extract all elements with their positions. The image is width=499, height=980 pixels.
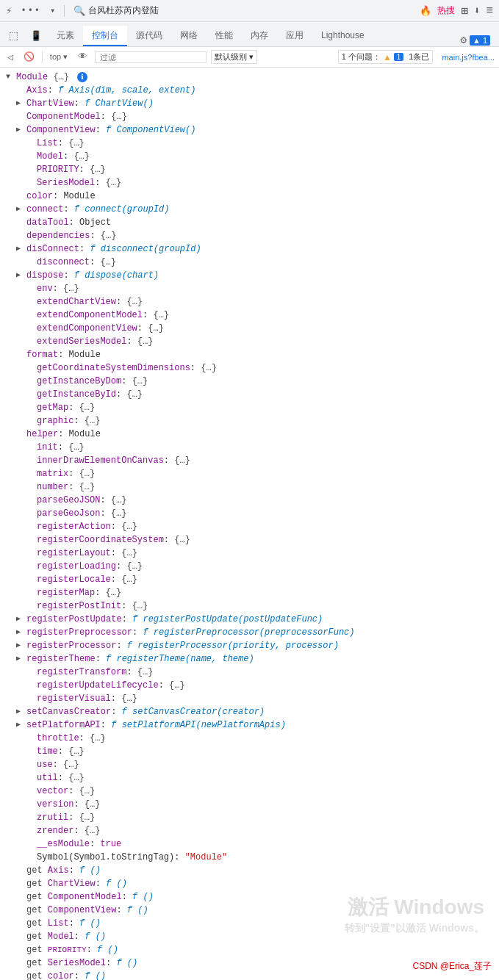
tab-console[interactable]: 控制台 [83,26,127,46]
code-line-datatool[interactable]: dataTool: Object [0,216,499,229]
top-context[interactable]: top ▾ [47,51,71,63]
arrow-registerprocessor[interactable] [16,640,26,652]
getter-axis[interactable]: get Axis: f () [0,864,499,877]
code-line-registertheme[interactable]: registerTheme: f registerTheme(name, the… [0,652,499,666]
code-line-chartview[interactable]: ChartView: f ChartView() [0,97,499,110]
arrow-registertheme[interactable] [16,653,26,665]
code-line-env[interactable]: env: {…} [0,282,499,295]
code-line-registerupdatelifecycle[interactable]: registerUpdateLifecycle: {…} [0,679,499,692]
code-line-helper[interactable]: helper: Module [0,428,499,441]
code-line-parsegeojsonlower[interactable]: parseGeoJson: {…} [0,507,499,520]
code-line-setplatformapi[interactable]: setPlatformAPI: f setPlatformAPI(newPlat… [0,718,499,732]
code-line-registervisual[interactable]: registerVisual: {…} [0,692,499,705]
arrow-registerpostupdate[interactable] [16,613,26,625]
code-line-registerloading[interactable]: registerLoading: {…} [0,560,499,573]
code-line-registercoordsys[interactable]: registerCoordinateSystem: {…} [0,533,499,547]
arrow-disconnect-func[interactable] [16,243,26,255]
code-line-model[interactable]: Model: {…} [0,150,499,163]
tab-sources[interactable]: 源代码 [127,26,171,46]
grid-icon[interactable]: ⊞ [461,4,468,18]
level-select[interactable]: 默认级别 ▾ [211,50,257,64]
code-line-use[interactable]: use: {…} [0,758,499,771]
code-line-init[interactable]: init: {…} [0,441,499,454]
issues-summary[interactable]: 1 个问题： ▲ 1 1条已 [338,50,434,64]
code-line-registerprocessor[interactable]: registerProcessor: f registerProcessor(p… [0,639,499,652]
module-header-line[interactable]: Module {…} ℹ [0,71,499,84]
code-line-number[interactable]: number: {…} [0,480,499,494]
code-line-extendseriesmodel[interactable]: extendSeriesModel: {…} [0,335,499,348]
arrow-registerpreprocessor[interactable] [16,627,26,638]
code-line-matrix[interactable]: matrix: {…} [0,467,499,480]
dropdown-chevron[interactable]: ▾ [50,5,55,16]
getter-componentview[interactable]: get ComponentView: f () [0,904,499,917]
code-line-innerdraw[interactable]: innerDrawElementOnCanvas: {…} [0,454,499,467]
more-dots[interactable]: ••• [21,6,41,16]
code-line-componentmodel[interactable]: ComponentModel: {…} [0,110,499,123]
code-line-dispose[interactable]: dispose: f dispose(chart) [0,269,499,282]
code-line-registerlayout[interactable]: registerLayout: {…} [0,547,499,560]
code-line-registermap[interactable]: registerMap: {…} [0,586,499,599]
code-line-priority[interactable]: PRIORITY: {…} [0,163,499,176]
code-line-symbol[interactable]: Symbol(Symbol.toStringTag): "Module" [0,851,499,864]
code-line-axis[interactable]: Axis: f Axis(dim, scale, extent) [0,84,499,97]
eye-icon[interactable]: 👁 [75,50,90,64]
code-line-extendchartview[interactable]: extendChartView: {…} [0,295,499,309]
code-line-zrender[interactable]: zrender: {…} [0,824,499,837]
search-area[interactable]: 🔍 台风杜苏芮内登陆 [73,4,159,17]
code-line-throttle[interactable]: throttle: {…} [0,732,499,745]
code-line-time[interactable]: time: {…} [0,745,499,758]
tab-elements[interactable]: 元素 [48,26,83,46]
code-line-dependencies[interactable]: dependencies: {…} [0,229,499,242]
code-line-registertransform[interactable]: registerTransform: {…} [0,666,499,679]
getter-componentmodel[interactable]: get ComponentModel: f () [0,890,499,904]
arrow-componentview[interactable] [16,124,26,136]
code-line-extendcomponentview[interactable]: extendComponentView: {…} [0,322,499,335]
code-line-graphic[interactable]: graphic: {…} [0,414,499,428]
code-line-getinstancebyid[interactable]: getInstanceById: {…} [0,388,499,401]
menu-icon[interactable]: ≡ [486,4,493,18]
getter-chartview[interactable]: get ChartView: f () [0,877,499,890]
tab-performance[interactable]: 性能 [207,26,242,46]
code-line-connect[interactable]: connect: f connect(groupId) [0,203,499,216]
tab-selector[interactable]: ⬚ [3,26,24,46]
tab-lighthouse[interactable]: Lighthouse [312,26,373,46]
code-line-getmap[interactable]: getMap: {…} [0,401,499,414]
code-line-getcoordsysdim[interactable]: getCoordinateSystemDimensions: {…} [0,361,499,375]
filter-input[interactable] [95,51,207,63]
tab-network[interactable]: 网络 [171,26,207,46]
code-line-getinstancebydom[interactable]: getInstanceByDom: {…} [0,375,499,388]
code-line-registerpostupdate[interactable]: registerPostUpdate: f registerPostUpdate… [0,613,499,626]
getter-priority[interactable]: get PRIORITY: f () [0,943,499,956]
code-line-registerpreprocessor[interactable]: registerPreprocessor: f registerPreproce… [0,626,499,639]
code-line-esmodule[interactable]: __esModule: true [0,837,499,851]
source-file-link[interactable]: main.js?fbea... [442,53,495,62]
code-line-registeraction[interactable]: registerAction: {…} [0,520,499,533]
module-expand-arrow[interactable] [6,71,16,83]
getter-list[interactable]: get List: f () [0,917,499,930]
code-line-disconnect-func[interactable]: disConnect: f disconnect(groupId) [0,242,499,256]
tab-memory[interactable]: 内存 [242,26,277,46]
arrow-connect[interactable] [16,203,26,215]
code-line-extendcomponentmodel[interactable]: extendComponentModel: {…} [0,309,499,322]
code-line-color[interactable]: color: Module [0,190,499,203]
code-line-disconnect[interactable]: disconnect: {…} [0,256,499,269]
code-line-registerpostinit[interactable]: registerPostInit: {…} [0,599,499,613]
clear-console-btn[interactable]: 🚫 [21,50,37,64]
code-line-parsegeojson[interactable]: parseGeoJSON: {…} [0,494,499,507]
devtools-settings[interactable]: ⚙ ▲ 1 [455,34,497,46]
tab-application[interactable]: 应用 [277,26,312,46]
arrow-chartview[interactable] [16,98,26,109]
arrow-dispose[interactable] [16,270,26,281]
code-line-componentview[interactable]: ComponentView: f ComponentView() [0,123,499,137]
code-line-setcanvascreator[interactable]: setCanvasCreator: f setCanvasCreator(cre… [0,705,499,718]
code-line-zrutil[interactable]: zrutil: {…} [0,811,499,824]
getter-model[interactable]: get Model: f () [0,930,499,943]
code-line-registerlocale[interactable]: registerLocale: {…} [0,573,499,586]
code-line-seriesmodel[interactable]: SeriesModel: {…} [0,176,499,190]
code-line-list[interactable]: List: {…} [0,137,499,150]
code-line-util[interactable]: util: {…} [0,771,499,785]
code-line-vector[interactable]: vector: {…} [0,785,499,798]
code-line-version[interactable]: version: {…} [0,798,499,811]
tab-device[interactable]: 📱 [24,26,48,46]
download-icon[interactable]: ⬇ [474,4,480,17]
